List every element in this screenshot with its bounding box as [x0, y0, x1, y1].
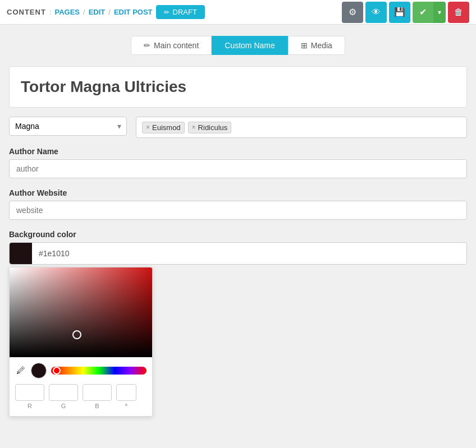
topbar-actions: ⚙ 👁 💾 ✔ ▾ 🗑: [342, 2, 469, 23]
delete-button[interactable]: 🗑: [448, 2, 469, 23]
category-select-wrap: Magna Lorem Ipsum Dolor: [9, 117, 127, 136]
color-swatch[interactable]: [10, 243, 32, 264]
r-label: R: [28, 403, 32, 409]
chevron-down-icon: ▾: [438, 8, 441, 16]
author-name-label: Author Name: [9, 147, 467, 156]
eyedropper-icon: 🖉: [16, 366, 25, 375]
tag-euismod: × Euismod: [142, 122, 185, 133]
tab-custom-name-label: Custom Name: [225, 41, 274, 50]
title-card: [9, 66, 467, 108]
author-name-input[interactable]: [9, 159, 467, 178]
category-tags-row: Magna Lorem Ipsum Dolor × Euismod × Ridi…: [9, 117, 467, 138]
tab-media[interactable]: ⊞ Media: [288, 36, 345, 55]
main-content-area: ✏ Main content Custom Name ⊞ Media Magna…: [0, 25, 476, 438]
eyedropper-button[interactable]: 🖉: [15, 364, 26, 377]
color-picker-popup: 🖉 30 R 16 G: [9, 267, 153, 417]
trash-icon: 🗑: [454, 7, 463, 17]
tab-custom-name[interactable]: Custom Name: [212, 36, 287, 55]
publish-button[interactable]: ✔: [413, 2, 433, 23]
gradient-dot: [72, 330, 81, 339]
draft-label: DRAFT: [173, 8, 197, 16]
color-hex-input[interactable]: [32, 244, 466, 262]
content-label: CONTENT: [7, 8, 46, 16]
extra-field: °: [116, 384, 136, 413]
save-icon: 💾: [394, 7, 405, 17]
hue-slider-thumb: [53, 367, 61, 375]
publish-dropdown-button[interactable]: ▾: [433, 2, 446, 23]
b-field: 16 B: [83, 384, 112, 413]
eye-icon: 👁: [372, 7, 381, 17]
tag-euismod-remove[interactable]: ×: [146, 123, 150, 131]
extra-input[interactable]: [116, 384, 136, 401]
extra-label: °: [125, 403, 127, 409]
r-field: 30 R: [15, 384, 44, 413]
tab-main-content[interactable]: ✏ Main content: [131, 36, 212, 55]
tag-ridiculus-label: Ridiculus: [198, 123, 228, 132]
content-tabs: ✏ Main content Custom Name ⊞ Media: [9, 36, 467, 55]
color-gradient-canvas[interactable]: [10, 267, 153, 357]
settings-button[interactable]: ⚙: [342, 2, 363, 23]
b-label: B: [95, 403, 99, 409]
publish-split-button: ✔ ▾: [413, 2, 446, 23]
picker-bottom: 🖉 30 R 16 G: [10, 357, 152, 416]
tags-field[interactable]: × Euismod × Ridiculus: [136, 117, 467, 138]
draft-button[interactable]: ✏ DRAFT: [156, 5, 205, 19]
tab-main-content-label: Main content: [154, 41, 199, 50]
tag-ridiculus-remove[interactable]: ×: [192, 123, 196, 131]
topbar: CONTENT : PAGES / EDIT / EDIT POST ✏ DRA…: [0, 0, 476, 25]
pages-link[interactable]: PAGES: [54, 8, 80, 16]
g-field: 16 G: [49, 384, 78, 413]
breadcrumb: CONTENT : PAGES / EDIT / EDIT POST ✏ DRA…: [7, 5, 205, 19]
sep3: /: [108, 8, 111, 16]
category-select[interactable]: Magna Lorem Ipsum Dolor: [9, 117, 127, 136]
author-website-label: Author Website: [9, 188, 467, 197]
sep1: :: [49, 8, 52, 16]
background-color-group: Background color 🖉: [9, 230, 467, 417]
color-row: [9, 242, 467, 265]
edit-post-link[interactable]: EDIT POST: [114, 8, 153, 16]
rgb-inputs: 30 R 16 G 16 B °: [15, 384, 147, 413]
check-icon: ✔: [419, 7, 427, 17]
hue-slider[interactable]: [51, 367, 147, 375]
r-input[interactable]: 30: [15, 384, 44, 401]
g-label: G: [61, 403, 66, 409]
background-color-label: Background color: [9, 230, 467, 239]
pencil-tab-icon: ✏: [144, 41, 150, 50]
save-button[interactable]: 💾: [389, 2, 410, 23]
tag-euismod-label: Euismod: [152, 123, 181, 132]
g-input[interactable]: 16: [49, 384, 78, 401]
preview-button[interactable]: 👁: [365, 2, 387, 23]
grid-tab-icon: ⊞: [301, 41, 308, 50]
b-input[interactable]: 16: [83, 384, 112, 401]
sep2: /: [83, 8, 85, 16]
author-name-group: Author Name: [9, 147, 467, 178]
post-title-input[interactable]: [21, 78, 455, 96]
tag-ridiculus: × Ridiculus: [188, 122, 232, 133]
gear-icon: ⚙: [349, 7, 356, 17]
picker-controls: 🖉: [15, 363, 147, 378]
author-website-input[interactable]: [9, 201, 467, 220]
tab-media-label: Media: [311, 41, 332, 50]
color-preview-circle: [31, 363, 47, 378]
edit-link[interactable]: EDIT: [89, 8, 106, 16]
author-website-group: Author Website: [9, 188, 467, 220]
pencil-icon: ✏: [164, 8, 170, 16]
